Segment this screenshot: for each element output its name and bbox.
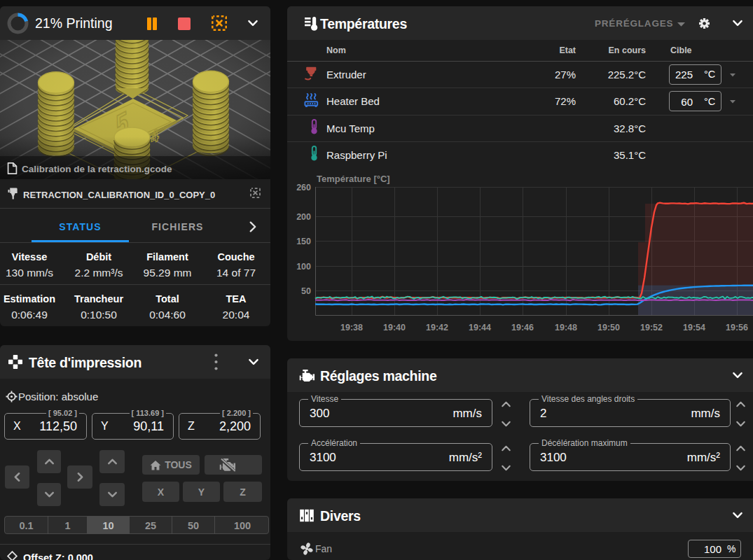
svg-text:19:46: 19:46 xyxy=(511,323,534,332)
svg-text:19:44: 19:44 xyxy=(469,323,491,332)
svg-text:19:38: 19:38 xyxy=(340,323,363,332)
svg-text:150: 150 xyxy=(296,237,311,246)
svg-text:19:54: 19:54 xyxy=(683,323,705,332)
svg-text:19:42: 19:42 xyxy=(426,323,448,332)
svg-text:50: 50 xyxy=(301,286,311,296)
svg-text:19:56: 19:56 xyxy=(726,323,748,332)
svg-text:Température [°C]: Température [°C] xyxy=(317,174,390,184)
svg-text:19:40: 19:40 xyxy=(383,323,406,332)
svg-text:19:52: 19:52 xyxy=(640,323,663,332)
svg-text:200: 200 xyxy=(296,212,311,222)
svg-text:19:48: 19:48 xyxy=(555,323,577,332)
svg-text:100: 100 xyxy=(296,262,311,272)
svg-text:260: 260 xyxy=(296,183,311,192)
svg-text:19:50: 19:50 xyxy=(597,323,620,332)
